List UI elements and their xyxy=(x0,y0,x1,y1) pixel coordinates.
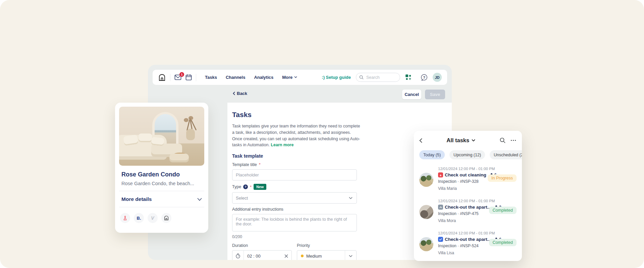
status-badge: In Progress xyxy=(488,174,517,182)
nav-item-more[interactable]: More xyxy=(282,75,297,80)
task-row[interactable]: 12/01/2024 12:00 PM - 01:00 PM Check-out… xyxy=(414,196,522,228)
property-photo xyxy=(119,107,204,166)
direct-booking-home-icon[interactable] xyxy=(161,213,171,223)
cancel-button[interactable]: Cancel xyxy=(402,90,421,99)
page-title: Tasks xyxy=(232,111,452,119)
property-card: Rose Garden Condo Rose Garden Condo, the… xyxy=(115,103,208,233)
duration-value: 02 : 00 xyxy=(244,254,284,259)
task-panel-actions xyxy=(500,138,516,143)
chevron-down-icon xyxy=(294,76,297,79)
nav-item-analytics[interactable]: Analytics xyxy=(254,75,273,80)
more-details-label: More details xyxy=(121,196,152,202)
more-options-icon[interactable] xyxy=(511,140,516,141)
vrbo-icon[interactable]: V xyxy=(148,213,158,223)
photo-pouf xyxy=(169,154,189,162)
task-panel-header: All tasks xyxy=(414,131,522,147)
new-feature-badge: New xyxy=(254,184,266,190)
search-icon xyxy=(359,75,364,79)
help-glyph: ? xyxy=(423,75,425,79)
clear-icon[interactable] xyxy=(284,254,291,258)
tab-unscheduled[interactable]: Unscheduled (21) xyxy=(490,150,522,159)
type-label: Type xyxy=(232,184,241,189)
calendar-icon[interactable] xyxy=(185,74,192,81)
task-row[interactable]: 12/01/2024 12:00 PM - 01:00 PM Check out… xyxy=(414,163,522,196)
booking-icon[interactable]: B. xyxy=(134,213,144,223)
task-row[interactable]: 12/01/2024 12:00 PM - 01:00 PM Check-out… xyxy=(414,228,522,260)
nav-item-tasks[interactable]: Tasks xyxy=(205,75,217,80)
search-input[interactable] xyxy=(366,75,396,80)
help-icon[interactable]: ? xyxy=(421,74,428,81)
channel-icon xyxy=(438,205,443,210)
property-title: Rose Garden Condo xyxy=(121,171,204,178)
search-icon[interactable] xyxy=(500,138,505,143)
back-label: Back xyxy=(237,91,247,96)
property-avatar xyxy=(419,237,433,251)
template-title-label: Template title xyxy=(232,162,257,167)
template-title-input[interactable] xyxy=(232,169,357,180)
page-description: Task templates give your team the inform… xyxy=(232,123,360,148)
priority-select[interactable]: Medium xyxy=(297,250,357,260)
property-subtitle: Rose Garden Condo, the beach... xyxy=(121,181,204,186)
airbnb-icon[interactable] xyxy=(120,213,130,223)
task-tabs: Today (5) Upcoming (12) Unscheduled (21) xyxy=(414,147,522,163)
status-badge: Completed xyxy=(489,207,517,214)
task-filter-dropdown[interactable]: All tasks xyxy=(422,137,500,144)
collapse-chevron-left-icon[interactable] xyxy=(419,138,422,143)
booking-letter: B. xyxy=(137,216,141,221)
instructions-textarea[interactable] xyxy=(232,214,357,231)
chevron-down-icon xyxy=(197,198,202,201)
vrbo-letter: V xyxy=(151,215,154,221)
mail-notification-badge: 1 xyxy=(179,72,184,77)
chevron-down-icon xyxy=(472,139,475,142)
save-button[interactable]: Save xyxy=(425,90,445,99)
property-avatar xyxy=(419,173,433,187)
type-select-placeholder: Select xyxy=(232,196,344,201)
tab-upcoming[interactable]: Upcoming (12) xyxy=(449,150,485,159)
property-avatar xyxy=(419,205,433,219)
chevron-down-icon xyxy=(345,251,356,260)
photo-cushion xyxy=(139,133,152,142)
divider xyxy=(170,74,170,81)
checklist-channel-icon xyxy=(438,237,443,242)
priority-value: Medium xyxy=(304,254,345,259)
task-datetime: 12/01/2024 12:00 PM - 01:00 PM xyxy=(438,199,517,203)
inbox-mail-icon[interactable]: 1 xyxy=(174,74,181,80)
more-details-toggle[interactable]: More details xyxy=(121,196,202,202)
learn-more-link[interactable]: Learn more xyxy=(271,143,293,147)
marketplace-apps-icon[interactable] xyxy=(405,74,412,81)
duration-input[interactable]: 02 : 00 xyxy=(232,250,292,260)
task-title: Check-out the apart... xyxy=(445,205,491,210)
nav-item-more-label: More xyxy=(282,75,292,80)
photo-plant xyxy=(189,116,193,120)
chevron-left-icon xyxy=(233,92,235,95)
type-select[interactable]: Select xyxy=(232,192,357,204)
airbnb-channel-icon xyxy=(438,172,443,177)
task-datetime: 12/01/2024 12:00 PM - 01:00 PM xyxy=(438,167,517,171)
divider xyxy=(119,207,204,207)
user-avatar[interactable]: JD xyxy=(433,73,442,82)
search-box[interactable] xyxy=(356,73,400,82)
photo-cushion xyxy=(123,135,138,146)
nav-links: Tasks Channels Analytics More xyxy=(205,75,297,80)
photo-cushion xyxy=(151,137,164,146)
priority-medium-dot xyxy=(301,255,304,257)
task-property-name: Villa Mora xyxy=(438,218,517,223)
priority-field: Priority Medium xyxy=(297,242,357,260)
info-icon[interactable]: ? xyxy=(243,184,248,189)
duration-field: Duration 02 : 00 xyxy=(232,242,292,260)
status-badge: Completed xyxy=(489,239,517,246)
setup-guide-link[interactable]: :) Setup guide xyxy=(322,75,351,80)
task-property-name: Villa Lisa xyxy=(438,251,517,255)
top-navbar: 1 Tasks Channels Analytics More xyxy=(153,70,447,85)
nav-item-channels[interactable]: Channels xyxy=(226,75,246,80)
photo-vase xyxy=(186,129,195,140)
required-marker: * xyxy=(250,184,252,190)
chevron-down-icon xyxy=(344,193,357,203)
task-datetime: 12/01/2024 12:00 PM - 01:00 PM xyxy=(438,231,517,235)
back-button[interactable]: Back xyxy=(233,91,247,96)
hostaway-logo-icon[interactable] xyxy=(158,73,166,82)
tab-today[interactable]: Today (5) xyxy=(419,150,445,159)
divider xyxy=(196,74,196,81)
priority-label: Priority xyxy=(297,243,357,248)
page-background: 1 Tasks Channels Analytics More xyxy=(0,0,644,268)
